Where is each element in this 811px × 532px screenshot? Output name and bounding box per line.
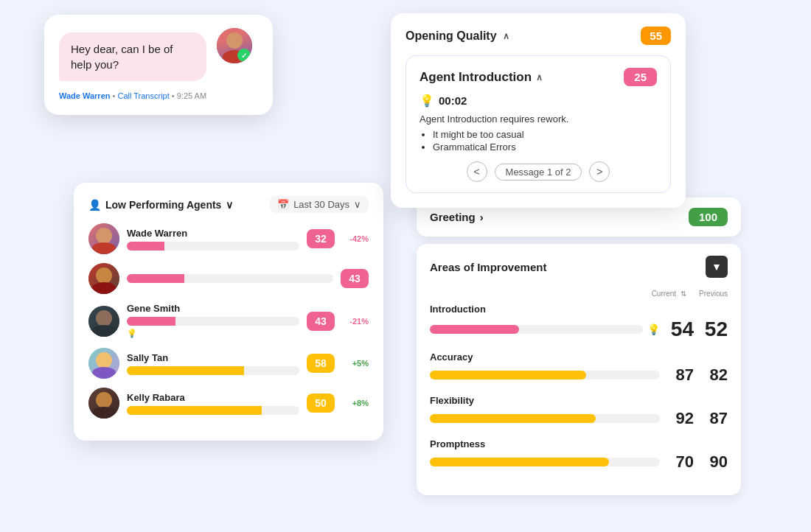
agent-name-link[interactable]: Wade Warren bbox=[59, 91, 110, 100]
ai-header: Agent Introduction ∧ 25 bbox=[420, 68, 657, 86]
agent-avatar bbox=[88, 348, 119, 379]
metric-bar-fill bbox=[430, 458, 609, 466]
metric-section: Flexibility9287 bbox=[430, 395, 728, 428]
metric-bar-container bbox=[430, 325, 643, 334]
agent-score-bar bbox=[127, 317, 299, 326]
ai-title: Agent Introduction ∧ bbox=[420, 70, 543, 85]
metric-name: Accuracy bbox=[430, 351, 473, 363]
agent-avatar bbox=[88, 306, 119, 337]
bulb-icon: 💡 bbox=[420, 94, 434, 108]
agent-change-label: -21% bbox=[342, 317, 369, 326]
metric-previous-score: 87 bbox=[700, 409, 728, 428]
chat-meta: Wade Warren • Call Transcript • 9:25 AM bbox=[59, 91, 258, 100]
greeting-score-badge: 100 bbox=[689, 208, 728, 226]
metric-bar-container bbox=[430, 414, 660, 423]
metric-values-row: 9287 bbox=[430, 409, 728, 428]
call-transcript-label[interactable]: Call Transcript bbox=[117, 91, 169, 100]
metric-bar-fill bbox=[430, 325, 519, 334]
agent-score-bar bbox=[127, 274, 333, 283]
agent-name: Gene Smith bbox=[127, 303, 299, 314]
agent-list: Wade Warren32-42% 43 Gene Smith💡43-21% S… bbox=[88, 223, 369, 419]
metric-name: Introduction bbox=[430, 304, 486, 315]
greeting-title: Greeting › bbox=[430, 211, 484, 223]
person-icon: 👤 bbox=[88, 199, 101, 211]
agent-score-bar bbox=[127, 406, 299, 415]
lpa-date-filter[interactable]: 📅 Last 30 Days ∨ bbox=[270, 196, 369, 213]
lpa-dropdown-icon[interactable]: ∨ bbox=[226, 199, 233, 211]
agent-avatar bbox=[88, 388, 119, 419]
chat-card: Hey dear, can I be of help you? ✓ Wade W… bbox=[44, 15, 273, 115]
metric-values-row: 8782 bbox=[430, 365, 728, 385]
agent-info: Wade Warren bbox=[127, 228, 299, 251]
metric-bar-container bbox=[430, 458, 660, 466]
agent-name: Sally Tan bbox=[127, 352, 299, 363]
metric-name: Promptness bbox=[430, 438, 485, 449]
agent-row: 43 bbox=[88, 263, 369, 294]
metric-bar-container bbox=[430, 371, 660, 379]
oq-header: Opening Quality ∧ 55 bbox=[406, 27, 671, 45]
aoi-filter-icon[interactable]: ▼ bbox=[706, 256, 728, 278]
agent-score-badge: 43 bbox=[307, 312, 335, 331]
opening-quality-card: Opening Quality ∧ 55 Agent Introduction … bbox=[391, 13, 686, 208]
agent-change-label: -42% bbox=[342, 234, 369, 243]
nav-label: Message 1 of 2 bbox=[495, 164, 582, 181]
agent-score-bar bbox=[127, 366, 299, 375]
agent-avatar bbox=[88, 263, 119, 294]
col-current-header: Current bbox=[639, 290, 676, 298]
greeting-chevron-icon[interactable]: › bbox=[480, 211, 484, 223]
areas-of-improvement-card: Areas of Improvement ▼ Current ⇅ Previou… bbox=[417, 244, 741, 495]
agent-intro-card: Agent Introduction ∧ 25 💡 00:02 Agent In… bbox=[406, 55, 671, 193]
ai-time-value: 00:02 bbox=[439, 94, 467, 107]
ai-time: 💡 00:02 bbox=[420, 94, 657, 108]
metric-section: Introduction💡5452 bbox=[430, 304, 728, 341]
metric-previous-score: 82 bbox=[700, 365, 728, 385]
agent-name: Wade Warren bbox=[127, 228, 299, 239]
ai-points-list: It might be too casual Grammatical Error… bbox=[420, 129, 657, 153]
agent-row: Kelly Rabara50+8% bbox=[88, 388, 369, 419]
metric-current-score: 92 bbox=[666, 409, 694, 428]
ai-desc: Agent Introduction requires rework. bbox=[420, 113, 657, 125]
agent-row: Gene Smith💡43-21% bbox=[88, 303, 369, 339]
oq-title: Opening Quality ∧ bbox=[406, 29, 509, 43]
agent-info: Sally Tan bbox=[127, 352, 299, 375]
agent-score-badge: 50 bbox=[307, 393, 335, 413]
metric-previous-score: 90 bbox=[700, 452, 728, 472]
right-panel: Greeting › 100 Areas of Improvement ▼ Cu… bbox=[417, 197, 741, 495]
metric-current-score: 87 bbox=[666, 365, 694, 385]
agent-row: Sally Tan58+5% bbox=[88, 348, 369, 379]
metric-list: Introduction💡5452Accuracy8782Flexibility… bbox=[430, 304, 728, 472]
aoi-header: Areas of Improvement ▼ bbox=[430, 256, 728, 278]
avatar: ✓ bbox=[217, 28, 252, 63]
metric-name: Flexibility bbox=[430, 395, 474, 406]
metric-section: Accuracy8782 bbox=[430, 351, 728, 385]
metric-values-row: 7090 bbox=[430, 452, 728, 472]
filter-chevron-icon: ∨ bbox=[354, 199, 361, 210]
prev-message-button[interactable]: < bbox=[467, 161, 487, 182]
ai-point-1: It might be too casual bbox=[433, 129, 657, 140]
metric-current-score: 70 bbox=[666, 452, 694, 472]
greeting-title-text: Greeting bbox=[430, 211, 476, 223]
low-performing-agents-card: 👤 Low Performing Agents ∨ 📅 Last 30 Days… bbox=[74, 183, 383, 441]
ai-chevron-icon[interactable]: ∧ bbox=[536, 72, 543, 83]
metric-current-score: 54 bbox=[666, 318, 694, 341]
metric-bar-fill bbox=[430, 371, 586, 379]
ai-point-2: Grammatical Errors bbox=[433, 141, 657, 153]
agent-info: Gene Smith💡 bbox=[127, 303, 299, 339]
ai-title-text: Agent Introduction bbox=[420, 70, 532, 85]
oq-score-badge: 55 bbox=[641, 27, 671, 45]
chat-time: 9:25 AM bbox=[177, 91, 206, 100]
agent-info: Kelly Rabara bbox=[127, 392, 299, 415]
metric-bulb-icon: 💡 bbox=[647, 323, 660, 335]
aoi-title: Areas of Improvement bbox=[430, 261, 546, 273]
next-message-button[interactable]: > bbox=[589, 161, 610, 182]
filter-down-icon: ▼ bbox=[711, 261, 722, 273]
lpa-header: 👤 Low Performing Agents ∨ 📅 Last 30 Days… bbox=[88, 196, 369, 213]
ai-score-badge: 25 bbox=[624, 68, 657, 86]
metric-bar-fill bbox=[430, 414, 596, 423]
agent-row: Wade Warren32-42% bbox=[88, 223, 369, 254]
agent-name: Kelly Rabara bbox=[127, 392, 299, 403]
lpa-title: 👤 Low Performing Agents ∨ bbox=[88, 199, 233, 211]
col-sort-icon[interactable]: ⇅ bbox=[679, 290, 688, 298]
oq-chevron-icon[interactable]: ∧ bbox=[503, 31, 509, 41]
col-previous-header: Previous bbox=[691, 290, 728, 298]
